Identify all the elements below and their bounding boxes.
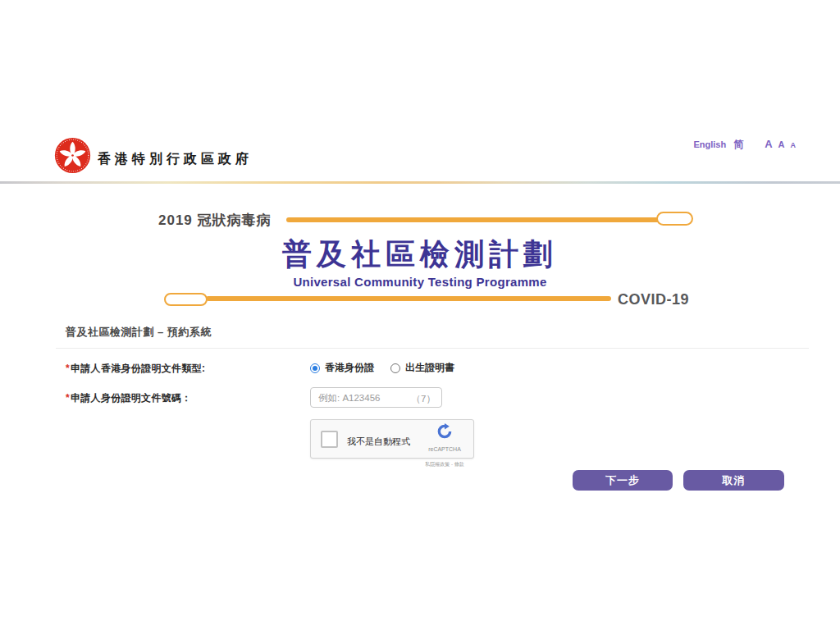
recaptcha-logo: reCAPTCHA 私隱權政策 - 條款 (421, 423, 468, 469)
doc-type-label-text: 申請人香港身份證明文件類型: (71, 363, 205, 374)
font-size-controls: A A A (765, 138, 796, 150)
recaptcha-arrow-icon (436, 423, 453, 440)
swab-tip-top (656, 212, 693, 226)
recaptcha-checkbox[interactable] (321, 431, 338, 448)
programme-title: 普及社區檢測計劃 (0, 235, 840, 275)
radio-hkid-circle-icon (310, 363, 320, 373)
page: 香港特別行政區政府 English 简 A A A 2019 冠狀病毒病 普及社… (0, 0, 840, 630)
font-size-medium-button[interactable]: A (778, 139, 785, 149)
doc-type-label: *申請人香港身份證明文件類型: (66, 362, 205, 376)
language-bar: English 简 A A A (693, 138, 796, 152)
doc-number-input[interactable] (311, 388, 441, 407)
cancel-button[interactable]: 取消 (683, 470, 784, 491)
doc-type-radio-group: 香港身份證 出生證明書 (310, 361, 454, 375)
doc-number-label-text: 申請人身份證明文件號碼： (71, 392, 192, 404)
font-size-large-button[interactable]: A (765, 138, 772, 150)
swab-tip-bottom (164, 293, 208, 306)
hksar-emblem-icon (54, 137, 91, 174)
doc-number-field-wrap: （7） (310, 387, 442, 408)
font-size-small-button[interactable]: A (791, 141, 797, 149)
swab-stick-top (286, 217, 660, 222)
required-asterisk: * (66, 363, 70, 374)
language-simplified-link[interactable]: 简 (733, 138, 743, 152)
language-english-link[interactable]: English (693, 139, 726, 149)
radio-hkid-label: 香港身份證 (325, 361, 374, 375)
booking-system-section-title: 普及社區檢測計劃 – 預約系統 (66, 325, 212, 340)
radio-hkid[interactable]: 香港身份證 (310, 361, 374, 375)
section-divider (56, 348, 809, 349)
radio-birth-cert[interactable]: 出生證明書 (390, 361, 454, 375)
banner-covid19-label: COVID-19 (618, 291, 689, 308)
recaptcha-widget: 我不是自動程式 reCAPTCHA 私隱權政策 - 條款 (310, 419, 474, 459)
header-gradient-divider (0, 181, 840, 184)
swab-stick-bottom (206, 296, 611, 301)
doc-number-label: *申請人身份證明文件號碼： (66, 391, 192, 405)
required-asterisk: * (66, 392, 70, 404)
recaptcha-privacy-terms-links[interactable]: 私隱權政策 - 條款 (425, 462, 463, 467)
recaptcha-brand-text: reCAPTCHA (428, 446, 461, 452)
radio-birth-cert-circle-icon (390, 363, 400, 373)
programme-subtitle: Universal Community Testing Programme (0, 275, 840, 289)
radio-birth-cert-label: 出生證明書 (405, 361, 454, 375)
banner-coronavirus-label: 2019 冠狀病毒病 (158, 211, 272, 230)
gov-title: 香港特別行政區政府 (98, 151, 253, 168)
next-step-button[interactable]: 下一步 (573, 470, 673, 491)
recaptcha-label: 我不是自動程式 (347, 436, 410, 448)
